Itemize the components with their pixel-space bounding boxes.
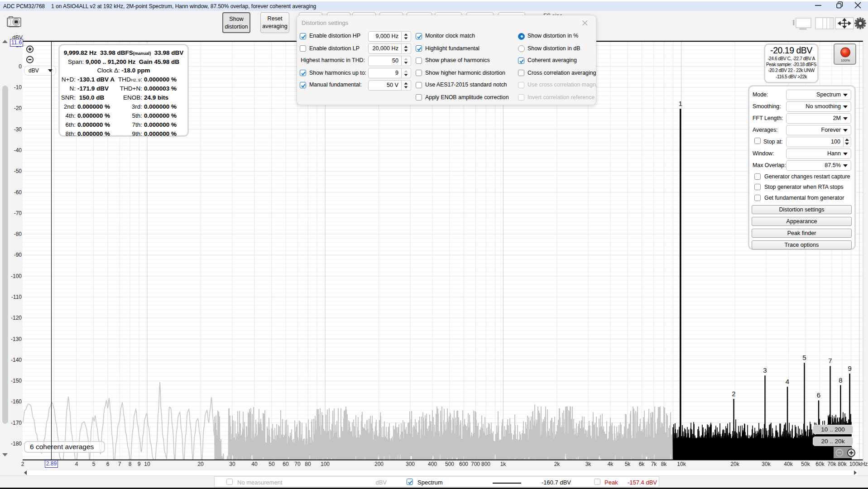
svg-text:9: 9: [848, 364, 851, 372]
svg-text:6: 6: [817, 391, 820, 399]
svg-text:2: 2: [732, 390, 735, 398]
svg-text:5: 5: [802, 354, 806, 361]
svg-text:100%: 100%: [841, 58, 850, 62]
svg-text:7: 7: [828, 357, 832, 364]
svg-text:4: 4: [786, 378, 789, 385]
svg-text:8: 8: [839, 376, 842, 384]
svg-text:1: 1: [679, 100, 682, 107]
svg-text:3: 3: [763, 366, 767, 374]
